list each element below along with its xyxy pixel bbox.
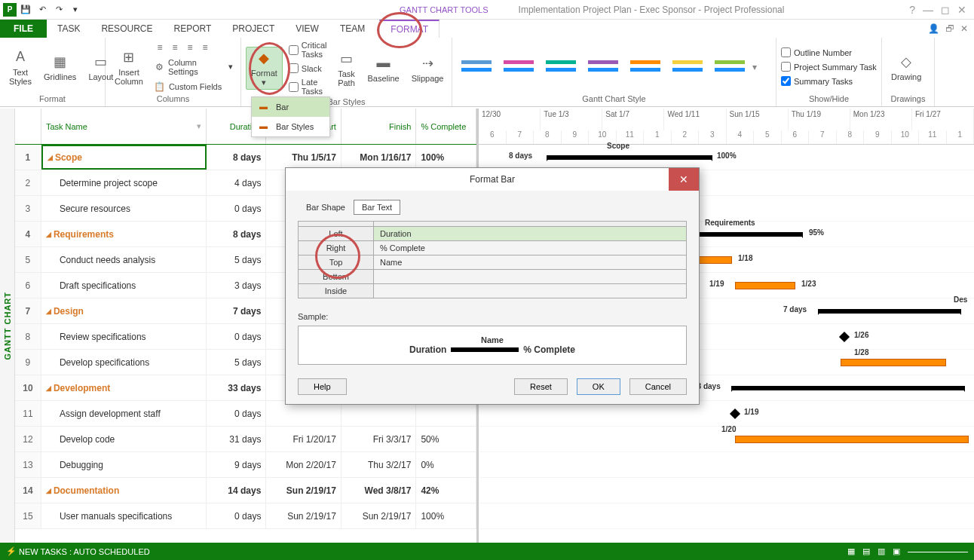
tab-format[interactable]: FORMAT	[379, 20, 440, 38]
drawing-button[interactable]: ◇Drawing	[887, 51, 926, 83]
format-button[interactable]: ◆Format▾	[246, 47, 283, 90]
style-swatch-6[interactable]	[669, 56, 706, 78]
task-row[interactable]: 14 ◢Documentation 14 days Sun 2/19/17 We…	[15, 478, 476, 503]
style-swatch-4[interactable]	[585, 56, 621, 78]
bartext-val[interactable]: % Complete	[374, 241, 687, 256]
task-row[interactable]: 12 Develop code 31 days Fri 1/20/17 Fri …	[15, 427, 476, 452]
gridlines-button[interactable]: ▦Gridlines	[39, 51, 81, 83]
tab-view[interactable]: VIEW	[285, 20, 329, 38]
text-styles-button[interactable]: AText Styles	[5, 47, 36, 87]
baseline-button[interactable]: ▬Baseline	[363, 53, 403, 84]
svg-rect-8	[630, 60, 660, 64]
bartext-val[interactable]	[374, 270, 687, 284]
bartext-pos: Inside	[299, 284, 374, 298]
svg-rect-9	[630, 68, 660, 72]
task-row[interactable]: 13 Debugging 9 days Mon 2/20/17 Thu 3/2/…	[15, 452, 476, 478]
svg-rect-7	[588, 68, 618, 72]
gantt-timescale: 12/30Tue 1/3Sat 1/7Wed 1/11Sun 1/15Thu 1…	[479, 109, 974, 145]
insert-column-button[interactable]: ⊞Insert Column	[110, 47, 148, 87]
group-columns-label: Columns	[110, 94, 236, 105]
menu-item-bar[interactable]: ▬Bar	[252, 97, 329, 117]
custom-fields-button[interactable]: 📋Custom Fields	[151, 79, 236, 94]
svg-rect-5	[546, 68, 576, 72]
gantt-style-gallery[interactable]: ▾	[457, 39, 771, 94]
schedule-mode-icon: ⚡	[6, 546, 17, 556]
close-icon[interactable]: ✕	[957, 4, 966, 16]
tab-team[interactable]: TEAM	[329, 20, 375, 38]
tab-project[interactable]: PROJECT	[222, 20, 285, 38]
style-swatch-1[interactable]	[458, 56, 495, 78]
slack-check[interactable]: Slack	[286, 62, 330, 75]
svg-rect-4	[546, 60, 576, 64]
user-icon[interactable]: 👤	[928, 23, 939, 34]
group-ganttstyle-label: Gantt Chart Style	[457, 94, 771, 105]
header-taskname[interactable]: Task Name▾	[41, 109, 207, 144]
view-shortcut-1[interactable]: ▦	[847, 546, 855, 556]
help-button[interactable]: Help	[298, 378, 347, 395]
tab-resource[interactable]: RESOURCE	[90, 20, 163, 38]
dialog-close-button[interactable]: ✕	[669, 168, 699, 191]
svg-rect-13	[715, 68, 745, 72]
dialog-tab-bartext[interactable]: Bar Text	[354, 200, 400, 215]
reset-button[interactable]: Reset	[514, 378, 568, 395]
svg-rect-3	[504, 68, 534, 72]
bartext-val[interactable]: Duration	[374, 227, 687, 241]
grid-header: Task Name▾ Duration Start Finish % Compl…	[15, 109, 476, 145]
ribbon: AText Styles ▦Gridlines ▭Layout Format ⊞…	[0, 38, 974, 107]
task-path-button[interactable]: ▭Task Path	[332, 48, 360, 89]
slippage-button[interactable]: ⇢Slippage	[407, 53, 449, 84]
view-shortcut-2[interactable]: ▤	[862, 546, 870, 556]
bartext-val[interactable]: Name	[374, 256, 687, 270]
save-icon[interactable]: 💾	[18, 2, 33, 17]
tab-task[interactable]: TASK	[47, 20, 90, 38]
late-tasks-check[interactable]: Late Tasks	[286, 76, 330, 97]
task-row[interactable]: 1 ◢Scope 8 days Thu 1/5/17 Mon 1/16/17 1…	[15, 145, 476, 170]
restore-window-icon[interactable]: 🗗	[945, 23, 954, 34]
undo-icon[interactable]: ↶	[35, 2, 50, 17]
bar-text-table: LeftDurationRight% CompleteTopNameBottom…	[298, 221, 687, 298]
header-pct[interactable]: % Complete	[416, 109, 476, 144]
tab-file[interactable]: FILE	[0, 20, 47, 38]
align-buttons[interactable]: ≡≡≡≡	[151, 40, 236, 55]
project-summary-check[interactable]: Project Summary Task	[781, 60, 877, 73]
app-icon: P	[3, 3, 17, 17]
column-settings-button[interactable]: ⚙Column Settings ▾	[151, 57, 236, 78]
header-finish[interactable]: Finish	[342, 109, 417, 144]
style-swatch-5[interactable]	[627, 56, 663, 78]
style-gallery-more-icon[interactable]: ▾	[752, 62, 757, 72]
tab-report[interactable]: REPORT	[163, 20, 222, 38]
minimize-icon[interactable]: —	[923, 4, 933, 16]
help-icon[interactable]: ?	[909, 4, 915, 16]
header-rownum[interactable]	[15, 109, 41, 144]
summary-tasks-check[interactable]: Summary Tasks	[781, 75, 853, 87]
maximize-icon[interactable]: ◻	[941, 4, 950, 16]
cancel-button[interactable]: Cancel	[629, 378, 687, 395]
redo-icon[interactable]: ↷	[51, 2, 66, 17]
svg-rect-12	[715, 60, 745, 64]
ok-button[interactable]: OK	[577, 378, 620, 395]
format-dropdown-menu: ▬Bar ▬Bar Styles	[251, 96, 330, 137]
menu-item-bar-styles[interactable]: ▬Bar Styles	[252, 117, 329, 136]
dialog-title: Format Bar ✕	[286, 168, 699, 191]
close-subwindow-icon[interactable]: ✕	[960, 23, 968, 34]
task-row[interactable]: 11 Assign development staff 0 days	[15, 401, 476, 427]
view-shortcut-4[interactable]: ▣	[893, 546, 900, 556]
bartext-val[interactable]	[374, 284, 687, 298]
bartext-pos: Left	[299, 227, 374, 241]
bartext-pos: Top	[299, 256, 374, 270]
style-swatch-7[interactable]	[712, 56, 748, 78]
group-format-label: Format	[5, 94, 100, 105]
format-bar-dialog: Format Bar ✕ Bar Shape Bar Text LeftDura…	[285, 167, 700, 405]
qat-customize-icon[interactable]: ▾	[68, 2, 83, 17]
outline-number-check[interactable]: Outline Number	[781, 46, 852, 59]
svg-rect-10	[672, 60, 703, 64]
task-row[interactable]: 15 User manuals specifications 0 days Su…	[15, 503, 476, 529]
zoom-out[interactable]	[908, 552, 968, 552]
svg-rect-6	[588, 60, 618, 64]
dialog-tab-barshape[interactable]: Bar Shape	[298, 200, 354, 215]
status-text: NEW TASKS : AUTO SCHEDULED	[19, 547, 150, 556]
view-shortcut-3[interactable]: ▥	[878, 546, 885, 556]
critical-tasks-check[interactable]: Critical Tasks	[286, 39, 330, 60]
style-swatch-2[interactable]	[501, 56, 537, 78]
style-swatch-3[interactable]	[543, 56, 579, 78]
